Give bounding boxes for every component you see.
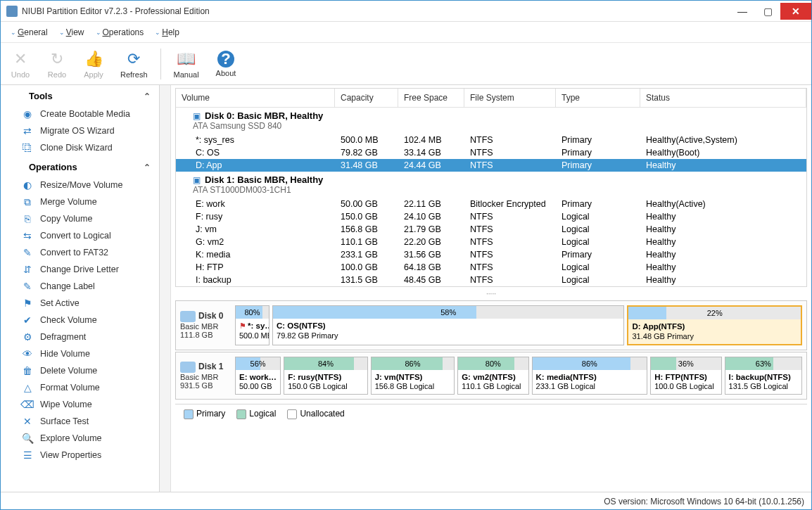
col-type[interactable]: Type (556, 89, 640, 107)
partition-block[interactable]: 86%K: media(NTFS)233.1 GB Logical (532, 357, 648, 395)
op-explore-volume[interactable]: 🔍Explore Volume (1, 430, 159, 447)
resize-icon: ◐ (22, 179, 33, 191)
redo-button[interactable]: ↻Redo (43, 48, 71, 80)
table-row[interactable]: J: vm156.8 GB21.79 GBNTFSLogicalHealthy (176, 223, 806, 236)
window-title: NIUBI Partition Editor v7.2.3 - Professi… (22, 6, 730, 16)
op-hide-volume[interactable]: 👁Hide Volume (1, 345, 159, 362)
op-check-volume[interactable]: ✔Check Volume (1, 312, 159, 329)
volume-table: Volume Capacity Free Space File System T… (175, 88, 807, 287)
legend-primary: Primary (184, 409, 225, 419)
disk-info: Disk 1Basic MBR931.5 GB (180, 357, 231, 395)
sidebar-scrollbar[interactable] (160, 85, 171, 492)
flag-icon: ⚑ (22, 298, 33, 309)
col-volume[interactable]: Volume (176, 89, 335, 107)
props-icon: ☰ (22, 450, 33, 461)
col-capacity[interactable]: Capacity (335, 89, 398, 107)
partition-block[interactable]: 84%F: rusy(NTFS)150.0 GB Logical (284, 357, 367, 395)
op-view-properties[interactable]: ☰View Properties (1, 447, 159, 464)
legend-unallocated: Unallocated (287, 409, 344, 419)
tool-migrate-os-wizard[interactable]: ⇄Migrate OS Wizard (1, 122, 159, 139)
partition-block[interactable]: 56%E: work…50.00 GB (235, 357, 281, 395)
table-row[interactable]: H: FTP100.0 GB64.18 GBNTFSLogicalHealthy (176, 261, 806, 274)
convert-icon: ⇆ (22, 230, 33, 241)
toolbar-separator (160, 49, 161, 79)
op-format-volume[interactable]: △Format Volume (1, 379, 159, 396)
splitter[interactable]: ····· (171, 288, 811, 299)
status-bar: OS version: Microsoft Windows 10 64-bit … (1, 492, 811, 510)
refresh-button[interactable]: ⟳Refresh (116, 48, 152, 80)
col-free[interactable]: Free Space (398, 89, 464, 107)
surface-icon: ✕ (22, 416, 33, 427)
table-row[interactable]: I: backup131.5 GB48.45 GBNTFSLogicalHeal… (176, 274, 806, 286)
manual-button[interactable]: 📖Manual (170, 48, 203, 80)
op-defragment[interactable]: ⚙Defragment (1, 329, 159, 345)
op-resize-move-volume[interactable]: ◐Resize/Move Volume (1, 177, 159, 193)
col-filesystem[interactable]: File System (464, 89, 556, 107)
table-row[interactable]: E: work50.00 GB22.11 GBBitlocker Encrypt… (176, 198, 806, 210)
check-icon: ✔ (22, 314, 33, 326)
disk-icon: ▣ (193, 175, 201, 185)
op-convert-to-fat32[interactable]: ✎Convert to FAT32 (1, 244, 159, 261)
menu-help[interactable]: ⌄Help (151, 25, 184, 40)
delete-icon: 🗑 (22, 365, 33, 376)
partition-block[interactable]: 22%D: App(NTFS)31.48 GB Primary (627, 305, 802, 345)
partition-block[interactable]: 86%J: vm(NTFS)156.8 GB Logical (371, 357, 455, 395)
operations-header[interactable]: Operations⌃ (1, 156, 159, 177)
menu-operations[interactable]: ⌄Operations (91, 25, 148, 40)
partition-block[interactable]: 63%I: backup(NTFS)131.5 GB Logical (725, 357, 802, 395)
table-row[interactable]: *: sys_res500.0 MB102.4 MBNTFSPrimaryHea… (176, 134, 806, 146)
table-row[interactable]: C: OS79.82 GB33.14 GBNTFSPrimaryHealthy(… (176, 146, 806, 159)
op-merge-volume[interactable]: ⧉Merge Volume (1, 193, 159, 210)
undo-button[interactable]: ✕Undo (6, 48, 34, 80)
apply-icon: 👍 (84, 49, 103, 69)
os-version: OS version: Microsoft Windows 10 64-bit … (604, 497, 804, 506)
disk-graphical: Disk 1Basic MBR931.5 GB56%E: work…50.00 … (175, 352, 807, 400)
about-button[interactable]: ?About (212, 49, 241, 79)
wipe-icon: ⌫ (22, 399, 33, 410)
op-wipe-volume[interactable]: ⌫Wipe Volume (1, 396, 159, 413)
partition-block[interactable]: 36%H: FTP(NTFS)100.0 GB Logical (650, 357, 721, 395)
op-set-active[interactable]: ⚑Set Active (1, 295, 159, 312)
partition-block[interactable]: 80%⚑*: sy…500.0 MB (235, 305, 269, 345)
tool-create-bootable-media[interactable]: ◉Create Bootable Media (1, 106, 159, 122)
close-button[interactable]: ✕ (780, 3, 811, 20)
menu-general[interactable]: ⌄General (6, 25, 52, 40)
disk-header[interactable]: ▣Disk 1: Basic MBR, HealthyATA ST1000DM0… (176, 172, 806, 198)
copy-icon: ⎘ (22, 213, 33, 224)
disk-header[interactable]: ▣Disk 0: Basic MBR, HealthyATA Samsung S… (176, 108, 806, 134)
apply-button[interactable]: 👍Apply (80, 48, 108, 80)
undo-icon: ✕ (11, 49, 30, 69)
legend-logical: Logical (236, 409, 276, 419)
tool-clone-disk-wizard[interactable]: ⿻Clone Disk Wizard (1, 139, 159, 156)
menu-view[interactable]: ⌄View (55, 25, 89, 40)
migrate-icon: ⇄ (22, 125, 33, 136)
refresh-icon: ⟳ (124, 49, 144, 69)
table-row[interactable]: G: vm2110.1 GB22.20 GBNTFSLogicalHealthy (176, 236, 806, 248)
op-change-label[interactable]: ✎Change Label (1, 278, 159, 295)
table-row[interactable]: K: media233.1 GB31.56 GBNTFSPrimaryHealt… (176, 248, 806, 261)
op-delete-volume[interactable]: 🗑Delete Volume (1, 362, 159, 379)
op-change-drive-letter[interactable]: ⇵Change Drive Letter (1, 261, 159, 278)
disk-info: Disk 0Basic MBR111.8 GB (180, 305, 231, 345)
tools-header[interactable]: Tools⌃ (1, 85, 159, 106)
legend: Primary Logical Unallocated (175, 404, 807, 423)
chevron-up-icon: ⌃ (144, 91, 151, 101)
op-copy-volume[interactable]: ⎘Copy Volume (1, 210, 159, 227)
chevron-down-icon: ⌄ (59, 29, 65, 36)
convert2-icon: ✎ (22, 247, 33, 258)
app-icon (6, 6, 18, 17)
chevron-down-icon: ⌄ (155, 29, 160, 36)
flag-icon: ⚑ (239, 321, 246, 330)
disk-graphical: Disk 0Basic MBR111.8 GB80%⚑*: sy…500.0 M… (175, 300, 807, 350)
minimize-button[interactable]: — (730, 3, 755, 20)
maximize-button[interactable]: ▢ (755, 3, 780, 20)
col-status[interactable]: Status (640, 89, 806, 107)
sidebar: Tools⌃ ◉Create Bootable Media⇄Migrate OS… (1, 85, 160, 492)
partition-block[interactable]: 80%G: vm2(NTFS)110.1 GB Logical (457, 357, 528, 395)
op-convert-to-logical[interactable]: ⇆Convert to Logical (1, 227, 159, 244)
disk-icon (180, 311, 196, 322)
partition-block[interactable]: 58%C: OS(NTFS)79.82 GB Primary (272, 305, 624, 345)
table-row[interactable]: D: App31.48 GB24.44 GBNTFSPrimaryHealthy (176, 159, 806, 172)
op-surface-test[interactable]: ✕Surface Test (1, 413, 159, 430)
table-row[interactable]: F: rusy150.0 GB24.10 GBNTFSLogicalHealth… (176, 210, 806, 223)
